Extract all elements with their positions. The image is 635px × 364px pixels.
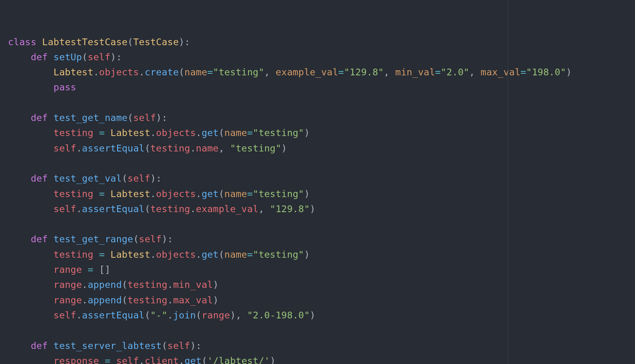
code-content: class LabtestTestCase(TestCase): def set… bbox=[8, 36, 572, 364]
code-editor[interactable]: class LabtestTestCase(TestCase): def set… bbox=[0, 0, 635, 364]
editor-ruler bbox=[508, 0, 508, 364]
